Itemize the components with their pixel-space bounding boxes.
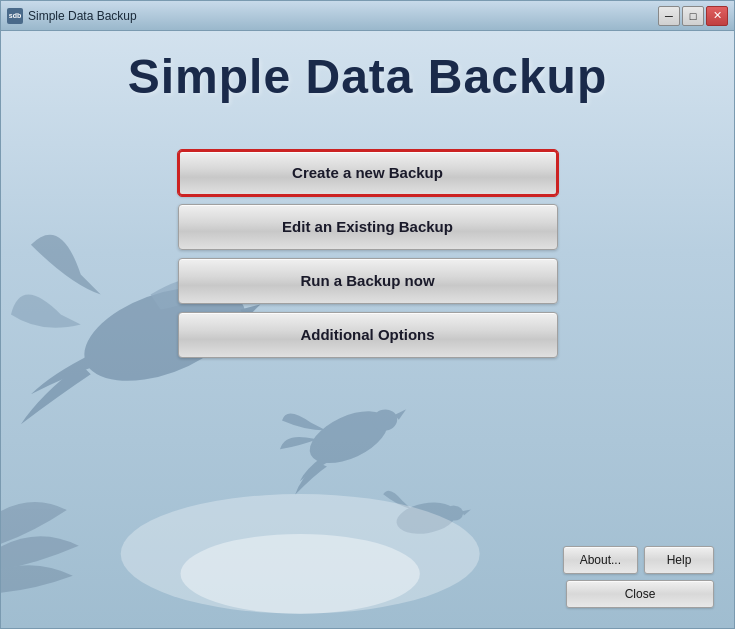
create-backup-button[interactable]: Create a new Backup (178, 150, 558, 196)
buttons-container: Create a new Backup Edit an Existing Bac… (178, 150, 558, 358)
app-title-container: Simple Data Backup Simple Data Backup (128, 51, 607, 110)
additional-options-button[interactable]: Additional Options (178, 312, 558, 358)
main-content: Simple Data Backup Simple Data Backup Cr… (1, 31, 734, 628)
edit-backup-button[interactable]: Edit an Existing Backup (178, 204, 558, 250)
run-backup-button[interactable]: Run a Backup now (178, 258, 558, 304)
app-title: Simple Data Backup (128, 51, 607, 104)
main-window: sdb Simple Data Backup ─ □ ✕ (0, 0, 735, 629)
